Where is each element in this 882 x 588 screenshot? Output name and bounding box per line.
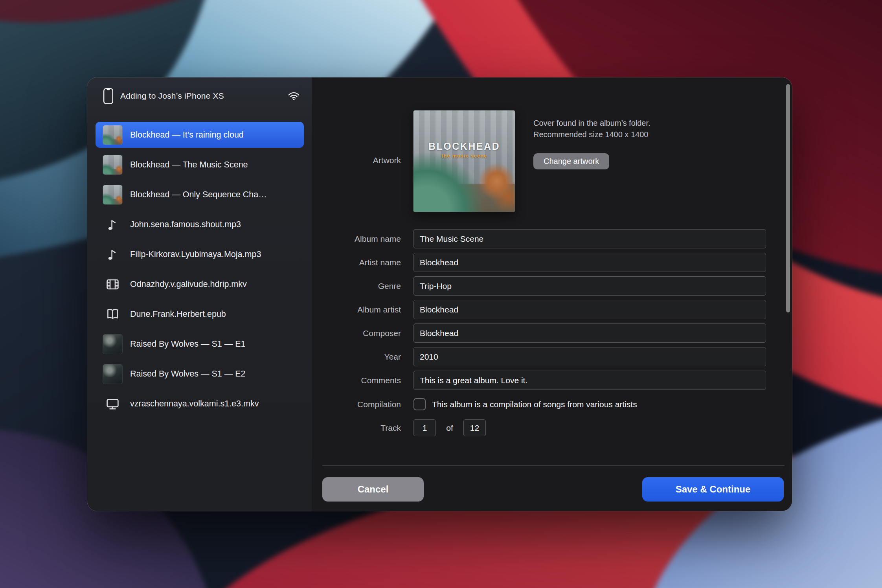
file-list-item-label: vzraschennaya.volkami.s1.e3.mkv: [130, 399, 260, 409]
genre-input[interactable]: [413, 276, 766, 296]
form-field-row: Year: [312, 347, 766, 366]
track-of-label: of: [441, 423, 458, 433]
compilation-description: This album is a compilation of songs fro…: [432, 400, 637, 409]
file-list-item[interactable]: Raised By Wolves — S1 — E2: [96, 361, 304, 387]
file-icon: [103, 245, 122, 264]
wifi-icon: [288, 91, 300, 101]
file-list-item-label: Filip-Kirkorav.Lyubimaya.Moja.mp3: [130, 250, 263, 259]
display-icon: [105, 397, 120, 411]
year-input[interactable]: [413, 347, 766, 366]
album-name-input[interactable]: [413, 229, 766, 248]
album-cover-art: BLOCKHEAD the music scene: [413, 110, 515, 212]
file-icon: [103, 275, 122, 294]
file-icon: [103, 364, 122, 384]
file-list-item[interactable]: vzraschennaya.volkami.s1.e3.mkv: [96, 391, 304, 417]
sidebar-header: Adding to Josh’s iPhone XS: [87, 77, 312, 110]
field-label: Genre: [312, 276, 401, 296]
field-label: Artist name: [312, 253, 401, 272]
file-icon: [103, 215, 122, 234]
file-list-item-label: Odnazhdy.v.galivude.hdrip.mkv: [130, 279, 248, 289]
form-field-row: Album name: [312, 229, 766, 248]
file-list-item[interactable]: John.sena.famous.shout.mp3: [96, 211, 304, 237]
track-label: Track: [312, 423, 401, 433]
form-field-row: Album artist: [312, 300, 766, 319]
file-list-item[interactable]: Raised By Wolves — S1 — E1: [96, 331, 304, 357]
metadata-panel: Artwork BLOCKHEAD the music scene Cover …: [312, 77, 792, 511]
file-icon: [103, 334, 122, 354]
compilation-label: Compilation: [312, 400, 401, 409]
field-label: Album artist: [312, 300, 401, 319]
footer-divider: [322, 465, 785, 466]
file-list-item-label: Blockhead — Only Sequence Cha…: [130, 190, 268, 200]
cancel-button[interactable]: Cancel: [322, 477, 424, 502]
transfer-dialog-window: Adding to Josh’s iPhone XS Blockhead — I…: [87, 77, 792, 511]
track-number-input[interactable]: [413, 419, 436, 436]
file-icon: [103, 125, 122, 145]
file-list-item[interactable]: Blockhead — The Music Scene: [96, 152, 304, 178]
file-list-item-label: Raised By Wolves — S1 — E1: [130, 339, 247, 349]
video-thumbnail: [103, 364, 122, 384]
album-art-thumbnail: [103, 125, 122, 145]
video-thumbnail: [103, 334, 122, 354]
file-list-item-label: Blockhead — It’s raining cloud: [130, 130, 245, 140]
file-list-item-label: John.sena.famous.shout.mp3: [130, 220, 243, 230]
file-list-item-label: Blockhead — The Music Scene: [130, 160, 250, 170]
compilation-row: Compilation This album is a compilation …: [312, 395, 637, 414]
field-label: Album name: [312, 229, 401, 248]
form-field-row: Artist name: [312, 253, 766, 272]
compilation-checkbox[interactable]: [413, 398, 426, 410]
file-icon: [103, 305, 122, 324]
film-icon: [105, 277, 120, 292]
artwork-label: Artwork: [312, 156, 401, 165]
music-note-icon: [105, 217, 120, 232]
form-field-row: Genre: [312, 276, 766, 296]
file-list-item-label: Dune.Frank.Herbert.epub: [130, 309, 228, 319]
vertical-scrollbar[interactable]: [786, 84, 790, 312]
save-continue-button[interactable]: Save & Continue: [642, 477, 784, 502]
form-field-row: Comments: [312, 371, 766, 390]
file-list: Blockhead — It’s raining cloud Blockhead…: [96, 122, 304, 421]
file-list-item[interactable]: Blockhead — Only Sequence Cha…: [96, 182, 304, 208]
book-icon: [105, 307, 120, 322]
form-field-row: Composer: [312, 323, 766, 343]
change-artwork-button[interactable]: Change artwork: [533, 153, 609, 169]
file-list-item[interactable]: Dune.Frank.Herbert.epub: [96, 301, 304, 327]
artwork-info: Cover found in the album’s folder. Recom…: [533, 118, 650, 169]
sidebar: Adding to Josh’s iPhone XS Blockhead — I…: [87, 77, 312, 511]
comments-input[interactable]: [413, 371, 766, 390]
file-list-item-label: Raised By Wolves — S1 — E2: [130, 369, 247, 379]
field-label: Composer: [312, 323, 401, 343]
artwork-note-1: Cover found in the album’s folder.: [533, 118, 650, 129]
artist-name-input[interactable]: [413, 253, 766, 272]
album-art-thumbnail: [103, 155, 122, 175]
track-row: Track of: [312, 418, 486, 437]
sidebar-title: Adding to Josh’s iPhone XS: [120, 91, 224, 101]
file-icon: [103, 394, 122, 413]
album-artist-input[interactable]: [413, 300, 766, 319]
field-label: Year: [312, 347, 401, 366]
field-label: Comments: [312, 371, 401, 390]
file-list-item[interactable]: Filip-Kirkorav.Lyubimaya.Moja.mp3: [96, 241, 304, 267]
album-cover-illustration: BLOCKHEAD the music scene: [413, 110, 515, 212]
artwork-note-2: Recommended size 1400 x 1400: [533, 129, 650, 140]
track-total-input[interactable]: [463, 419, 486, 436]
music-note-icon: [105, 247, 120, 262]
cover-title: BLOCKHEAD: [413, 141, 515, 152]
file-list-item[interactable]: Odnazhdy.v.galivude.hdrip.mkv: [96, 271, 304, 297]
iphone-icon: [103, 88, 114, 105]
file-icon: [103, 185, 122, 204]
composer-input[interactable]: [413, 323, 766, 343]
metadata-form: Album name Artist name Genre Album artis…: [312, 229, 766, 394]
file-list-item[interactable]: Blockhead — It’s raining cloud: [96, 122, 304, 148]
album-art-thumbnail: [103, 185, 122, 204]
file-icon: [103, 155, 122, 175]
cover-subtitle: the music scene: [413, 153, 515, 159]
